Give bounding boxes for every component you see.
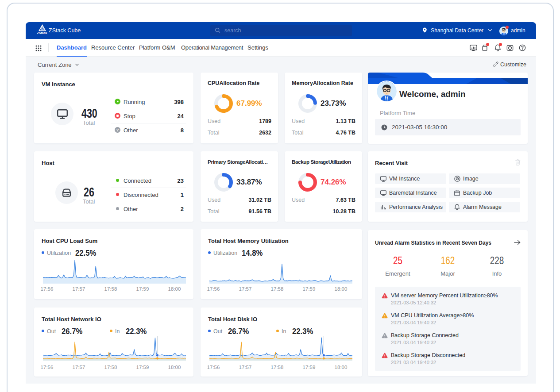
svg-text:?: ? <box>116 128 119 132</box>
